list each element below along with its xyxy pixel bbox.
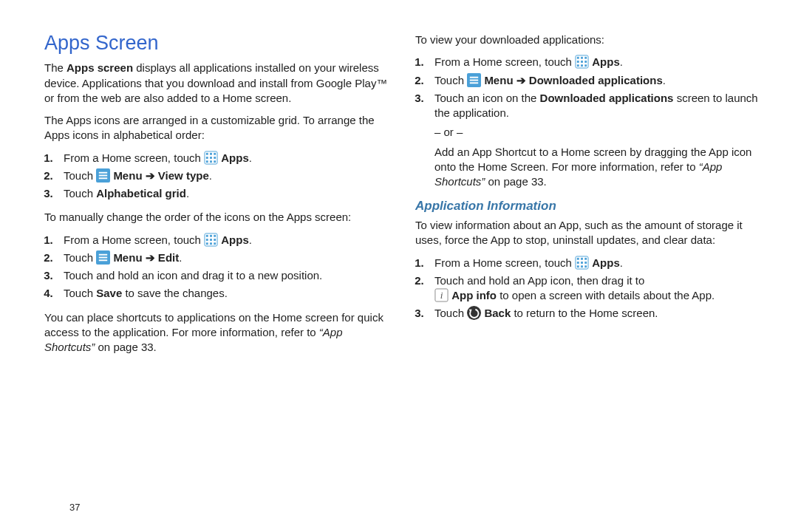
paragraph: To view information about an App, such a… [415, 218, 764, 248]
step: From a Home screen, touch Apps. [59, 233, 393, 248]
right-column: To view your downloaded applications: Fr… [415, 30, 764, 362]
menu-icon [96, 168, 110, 183]
step: Touch Menu ➔ Edit. [59, 250, 393, 265]
step: Touch and hold an icon and drag it to a … [59, 268, 393, 283]
steps-list: From a Home screen, touch Apps. Touch an… [430, 256, 764, 321]
step: Touch Alphabetical grid. [59, 186, 393, 201]
paragraph: You can place shortcuts to applications … [44, 310, 393, 355]
left-column: Apps Screen The Apps screen displays all… [44, 30, 393, 362]
section-heading: Apps Screen [44, 30, 393, 56]
back-icon [467, 306, 481, 320]
intro-paragraph: The Apps screen displays all application… [44, 61, 393, 106]
paragraph: The Apps icons are arranged in a customi… [44, 113, 393, 143]
step: Touch Menu ➔ Downloaded applications. [430, 73, 764, 88]
paragraph: To view your downloaded applications: [415, 33, 764, 47]
step: From a Home screen, touch Apps. [430, 55, 764, 69]
menu-icon [96, 250, 110, 265]
apps-icon [575, 256, 589, 270]
steps-list: From a Home screen, touch Apps. Touch Me… [59, 151, 393, 202]
or-paragraph: Add an App Shortcut to a Home screen by … [434, 145, 764, 190]
page-number: 37 [69, 502, 80, 513]
or-divider: – or – [434, 125, 764, 140]
apps-icon [204, 233, 218, 247]
apps-icon [204, 151, 218, 165]
step: Touch and hold an App icon, then drag it… [430, 273, 764, 304]
step: From a Home screen, touch Apps. [59, 151, 393, 166]
apps-icon [575, 55, 589, 69]
step: From a Home screen, touch Apps. [430, 256, 764, 270]
step: Touch an icon on the Downloaded applicat… [430, 91, 764, 190]
info-icon [434, 288, 449, 302]
steps-list: From a Home screen, touch Apps. Touch Me… [430, 55, 764, 189]
step: Touch Save to save the changes. [59, 286, 393, 301]
paragraph: To manually change the order of the icon… [44, 210, 393, 225]
menu-icon [467, 73, 481, 87]
subsection-heading: Application Information [415, 198, 764, 215]
step: Touch Back to return to the Home screen. [430, 306, 764, 321]
steps-list: From a Home screen, touch Apps. Touch Me… [59, 233, 393, 301]
step: Touch Menu ➔ View type. [59, 168, 393, 183]
